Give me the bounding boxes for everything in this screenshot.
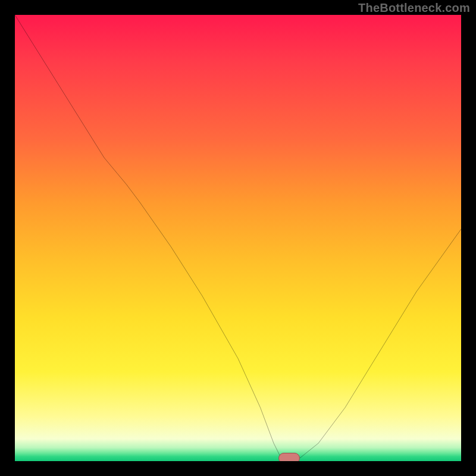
optimal-point-marker (278, 453, 300, 461)
curve-layer (15, 15, 461, 461)
bottleneck-curve-path (15, 15, 461, 461)
watermark-text: TheBottleneck.com (358, 1, 470, 15)
plot-area (15, 15, 461, 461)
chart-frame: TheBottleneck.com (0, 0, 476, 476)
